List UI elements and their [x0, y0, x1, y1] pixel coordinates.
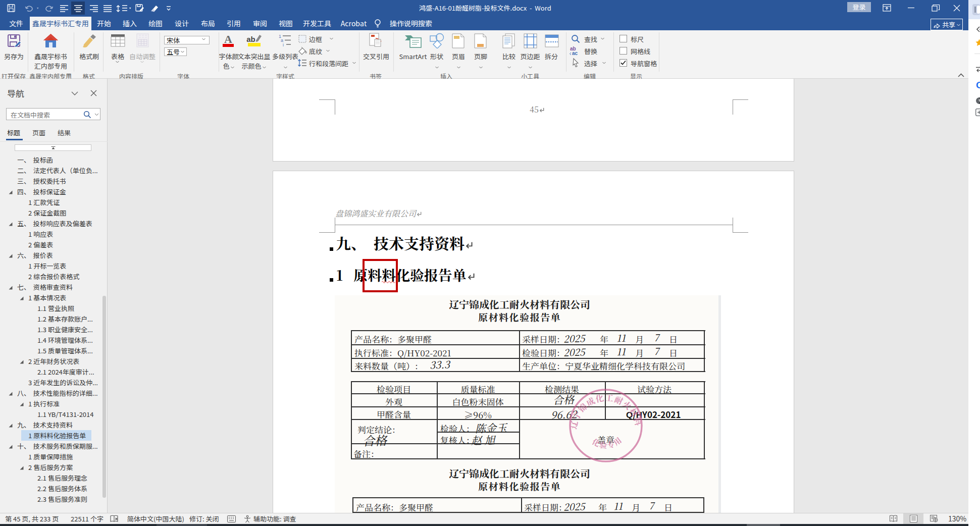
svg-text:i: i — [283, 42, 284, 47]
svg-text:辽宁锦成化工耐火材料有限公司: 辽宁锦成化工耐火材料有限公司 — [565, 384, 645, 430]
svg-text:ac: ac — [572, 50, 578, 56]
svg-text:ab: ab — [246, 35, 255, 43]
svg-text:化验专用: 化验专用 — [591, 434, 625, 451]
svg-text:A: A — [224, 33, 232, 45]
